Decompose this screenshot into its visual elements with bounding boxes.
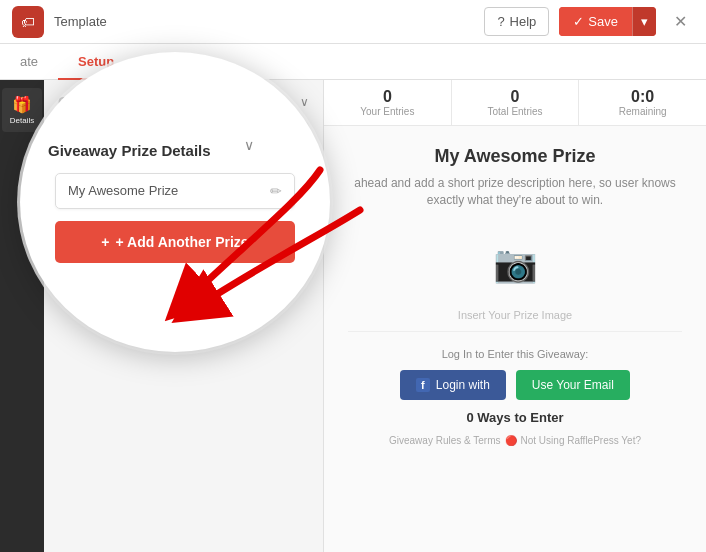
left-panel: Giveaway Prize Details ∨ ✏ + + Add Anoth… xyxy=(44,80,324,552)
preview-description: ahead and add a short prize description … xyxy=(348,175,682,209)
ways-to-enter: 0 Ways to Enter xyxy=(466,410,563,425)
save-label: Save xyxy=(588,14,618,29)
top-bar: 🏷 Template ? Help ✓ Save ▾ ✕ xyxy=(0,0,706,44)
time-label: Ti... xyxy=(58,249,309,261)
help-button[interactable]: ? Help xyxy=(484,7,549,36)
section-title: Giveaway Prize Details xyxy=(58,94,210,110)
stat-total-entries: 0 Total Entries xyxy=(452,80,580,125)
right-panel: 0 Your Entries 0 Total Entries 0:0 Remai… xyxy=(324,80,706,552)
save-btn-main: ✓ Save xyxy=(559,7,632,36)
total-entries-label: Total Entries xyxy=(464,106,567,117)
prize-input-row: ✏ xyxy=(58,122,309,156)
edit-icon[interactable]: ✏ xyxy=(286,131,298,147)
footer-badge-icon: 🔴 xyxy=(505,435,517,446)
footer-suffix: Not Using RafflePress Yet? xyxy=(521,435,641,446)
login-section: Log In to Enter this Giveaway: f Login w… xyxy=(348,331,682,446)
checkmark-icon: ✓ xyxy=(573,14,584,29)
tab-publish[interactable]: Publish... xyxy=(134,44,227,79)
plus-icon: + xyxy=(110,178,118,194)
close-button[interactable]: ✕ xyxy=(666,8,694,36)
template-label: Template xyxy=(54,14,107,29)
stats-bar: 0 Your Entries 0 Total Entries 0:0 Remai… xyxy=(324,80,706,126)
preview-area: My Awesome Prize ahead and add a short p… xyxy=(324,126,706,552)
prize-input[interactable] xyxy=(69,132,278,147)
save-btn-dropdown[interactable]: ▾ xyxy=(632,7,656,36)
facebook-label: Login with xyxy=(436,378,490,392)
stat-remaining: 0:0 Remaining xyxy=(579,80,706,125)
time-section: rt and End Time Ti... UTC xyxy=(58,226,309,295)
logo-badge: 🏷 xyxy=(12,6,44,38)
facebook-icon: f xyxy=(416,378,430,392)
gift-icon: 🎁 xyxy=(12,95,32,114)
section-header: Giveaway Prize Details ∨ xyxy=(58,94,309,110)
camera-icon: 📷 xyxy=(493,243,538,285)
total-entries-value: 0 xyxy=(464,88,567,106)
login-buttons: f Login with Use Your Email xyxy=(400,370,630,400)
preview-title: My Awesome Prize xyxy=(434,146,595,167)
your-entries-label: Your Entries xyxy=(336,106,439,117)
tab-setup[interactable]: Setup xyxy=(58,44,134,79)
add-prize-label: + Add Another Prize xyxy=(124,178,257,194)
question-icon: ? xyxy=(497,14,504,29)
main-content: 🎁 Details Giveaway Prize Details ∨ ✏ + +… xyxy=(0,80,706,552)
facebook-login-button[interactable]: f Login with xyxy=(400,370,506,400)
save-button[interactable]: ✓ Save ▾ xyxy=(559,7,656,36)
image-label: Insert Your Prize Image xyxy=(458,309,572,321)
stat-your-entries: 0 Your Entries xyxy=(324,80,452,125)
timezone-input[interactable]: UTC xyxy=(58,265,138,295)
tab-template[interactable]: ate xyxy=(0,44,58,79)
help-label: Help xyxy=(510,14,537,29)
app-window: 🏷 Template ? Help ✓ Save ▾ ✕ ate Setup P… xyxy=(0,0,706,552)
image-placeholder[interactable]: 📷 xyxy=(475,229,555,299)
login-label: Log In to Enter this Giveaway: xyxy=(442,348,589,360)
time-section-title: rt and End Time xyxy=(58,226,309,241)
add-prize-button[interactable]: + + Add Another Prize xyxy=(58,166,309,206)
footer-links: Giveaway Rules & Terms 🔴 Not Using Raffl… xyxy=(389,435,641,446)
email-login-button[interactable]: Use Your Email xyxy=(516,370,630,400)
sidebar-item-details[interactable]: 🎁 Details xyxy=(2,88,42,132)
sidebar: 🎁 Details xyxy=(0,80,44,552)
remaining-label: Remaining xyxy=(591,106,694,117)
remaining-value: 0:0 xyxy=(591,88,694,106)
your-entries-value: 0 xyxy=(336,88,439,106)
sidebar-details-label: Details xyxy=(10,116,34,125)
footer-rules-link[interactable]: Giveaway Rules & Terms xyxy=(389,435,501,446)
chevron-down-icon: ∨ xyxy=(300,95,309,109)
tab-bar: ate Setup Publish... xyxy=(0,44,706,80)
